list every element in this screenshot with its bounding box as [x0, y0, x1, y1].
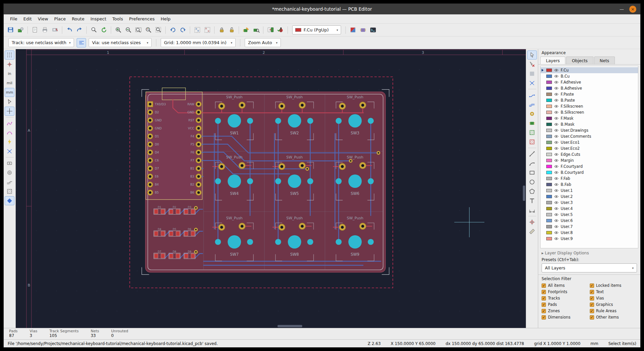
checkbox[interactable]: ✓ [542, 283, 546, 288]
draw-arc-button[interactable] [527, 159, 537, 168]
pcb-canvas[interactable]: 123ABSW_PushSW1SW_PushSW2SW_PushSW3SW_Pu… [16, 49, 526, 328]
undo-button[interactable] [65, 25, 74, 35]
layer-color-swatch[interactable] [546, 153, 552, 156]
layer-color-swatch[interactable] [546, 195, 552, 198]
layer-row-b.silkscreen[interactable]: B.Silkscreen [541, 109, 638, 115]
visibility-eye-icon[interactable] [554, 225, 559, 228]
add-text-button[interactable] [527, 196, 537, 205]
layer-row-b.paste[interactable]: B.Paste [541, 97, 638, 103]
zoom-dropdown[interactable]: Zoom Auto [245, 38, 281, 47]
track-width-dropdown[interactable]: Track: use netclass width [8, 38, 74, 47]
titlebar[interactable]: *mechanical-keyboard-tutorial — PCB Edit… [4, 4, 640, 14]
layer-row-user.8[interactable]: User.8 [541, 230, 638, 236]
layer-row-f.cu[interactable]: F.Cu [541, 67, 638, 73]
visibility-eye-icon[interactable] [554, 117, 559, 120]
checkbox[interactable]: ✓ [542, 290, 546, 294]
draw-line-button[interactable] [527, 149, 537, 158]
layer-color-swatch[interactable] [546, 183, 552, 186]
footprint-browser-button[interactable] [251, 25, 261, 35]
visibility-eye-icon[interactable] [554, 75, 559, 78]
visibility-eye-icon[interactable] [554, 93, 559, 96]
layer-row-f.paste[interactable]: F.Paste [541, 91, 638, 97]
menu-route[interactable]: Route [69, 15, 87, 23]
full-crosshair-button[interactable] [5, 107, 14, 116]
visibility-eye-icon[interactable] [554, 201, 559, 204]
local-ratsnest-tool-button[interactable] [527, 79, 537, 88]
layer-color-swatch[interactable] [546, 135, 552, 138]
layer-color-swatch[interactable] [546, 99, 552, 102]
board-setup-button[interactable] [16, 25, 25, 35]
layer-color-swatch[interactable] [546, 93, 552, 96]
scripting-console-button[interactable] [368, 25, 378, 35]
curved-ratsnest-button[interactable] [5, 128, 14, 137]
filter-all-items[interactable]: ✓All items [542, 283, 589, 288]
close-button[interactable]: × [629, 6, 636, 13]
layer-color-swatch[interactable] [546, 201, 552, 204]
draw-circle-button[interactable] [527, 178, 537, 187]
unlock-button[interactable] [227, 25, 236, 35]
layer-row-user.4[interactable]: User.4 [541, 206, 638, 212]
lock-button[interactable] [217, 25, 226, 35]
layer-row-user.6[interactable]: User.6 [541, 218, 638, 224]
filter-vias[interactable]: ✓Vias [590, 296, 637, 301]
place-footprint-button[interactable] [527, 119, 537, 128]
checkbox[interactable]: ✓ [590, 303, 594, 307]
visibility-eye-icon[interactable] [554, 195, 559, 198]
layer-row-b.courtyard[interactable]: B.Courtyard [541, 169, 638, 176]
filter-rule-areas[interactable]: ✓Rule Areas [590, 309, 637, 313]
layer-color-swatch[interactable] [546, 75, 552, 78]
visibility-eye-icon[interactable] [554, 153, 559, 156]
layer-color-swatch[interactable] [546, 189, 552, 192]
layer-row-user.drawings[interactable]: User.Drawings [541, 127, 638, 133]
menu-preferences[interactable]: Preferences [126, 15, 158, 23]
checkbox[interactable]: ✓ [590, 315, 594, 320]
layer-row-f.courtyard[interactable]: F.Courtyard [541, 163, 638, 169]
units-in-button[interactable]: in [5, 69, 14, 78]
layer-row-f.mask[interactable]: F.Mask [541, 115, 638, 121]
draw-polygon-button[interactable] [527, 187, 537, 196]
layer-row-b.fab[interactable]: B.Fab [541, 182, 638, 188]
route-diff-pairs-button[interactable] [527, 100, 537, 109]
layer-row-user.3[interactable]: User.3 [541, 200, 638, 206]
layer-color-swatch[interactable] [546, 81, 552, 84]
layer-row-user.eco1[interactable]: User.Eco1 [541, 139, 638, 145]
menu-place[interactable]: Place [51, 15, 69, 23]
visibility-eye-icon[interactable] [554, 213, 559, 216]
filter-other-items[interactable]: ✓Other items [590, 315, 637, 320]
units-mil-button[interactable]: mil [5, 79, 14, 88]
redo-button[interactable] [75, 25, 84, 35]
visibility-eye-icon[interactable] [554, 219, 559, 222]
visibility-eye-icon[interactable] [554, 135, 559, 138]
layer-color-swatch[interactable] [546, 141, 552, 144]
layer-row-user.5[interactable]: User.5 [541, 212, 638, 218]
tab-nets[interactable]: Nets [594, 56, 615, 64]
filter-pads[interactable]: ✓Pads [542, 302, 589, 307]
layer-row-f.adhesive[interactable]: F.Adhesive [541, 79, 638, 85]
refresh-button[interactable] [99, 25, 108, 35]
save-button[interactable] [6, 25, 15, 35]
visibility-eye-icon[interactable] [554, 207, 559, 210]
visibility-eye-icon[interactable] [554, 177, 559, 180]
visibility-eye-icon[interactable] [554, 123, 559, 126]
add-dimension-button[interactable] [527, 206, 537, 215]
filter-text[interactable]: ✓Text [590, 289, 637, 294]
minimize-button[interactable]: — [620, 7, 624, 12]
layer-color-swatch[interactable] [546, 225, 552, 228]
via-outline-mode-button[interactable] [5, 168, 14, 177]
route-tracks-button[interactable] [527, 91, 537, 100]
zoom-objects-button[interactable] [144, 25, 153, 35]
measure-tool-button[interactable] [527, 227, 537, 236]
visibility-eye-icon[interactable] [554, 189, 559, 192]
layer-row-user.7[interactable]: User.7 [541, 224, 638, 230]
ungroup-button[interactable] [203, 25, 212, 35]
visibility-eye-icon[interactable] [554, 81, 559, 84]
visibility-eye-icon[interactable] [554, 141, 559, 144]
draw-rectangle-button[interactable] [527, 168, 537, 177]
layer-color-swatch[interactable] [546, 165, 552, 168]
checkbox[interactable]: ✓ [590, 296, 594, 301]
visibility-eye-icon[interactable] [554, 69, 559, 72]
visibility-eye-icon[interactable] [554, 159, 559, 162]
checkbox[interactable]: ✓ [542, 303, 546, 307]
layer-row-f.fab[interactable]: F.Fab [541, 176, 638, 182]
interactive-delete-button[interactable] [527, 60, 537, 69]
